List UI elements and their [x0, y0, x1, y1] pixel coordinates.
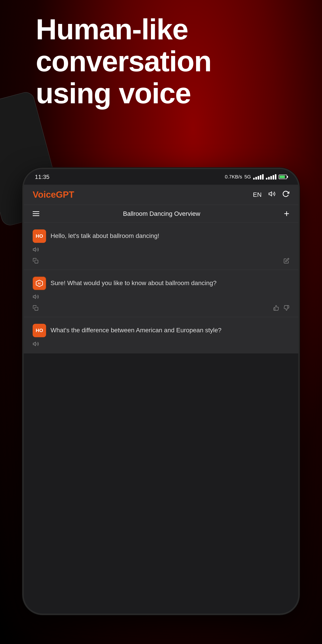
edit-icon-1 [284, 258, 289, 264]
copy-icon-2 [33, 305, 38, 311]
copy-left-2 [33, 305, 38, 312]
svg-marker-1 [33, 248, 36, 251]
chat-nav: Ballroom Dancing Overview + [24, 205, 298, 223]
bg-phone-icon: ↻ [0, 160, 1, 172]
ai-logo-icon: AI [35, 279, 44, 287]
avatar-label-3: HO [36, 328, 43, 334]
hero-line1: Human-like [36, 13, 188, 46]
user-avatar-1: HO [33, 230, 46, 243]
hero-section: Human-like conversation using voice [36, 14, 304, 109]
main-phone: 11:35 0.7KB/s 5G VoiceG [22, 168, 300, 615]
copy-button-1[interactable] [33, 258, 38, 265]
battery-fill [280, 176, 285, 178]
signal-bars-2 [266, 174, 276, 180]
hero-title: Human-like conversation using voice [36, 14, 304, 109]
user-avatar-3: HO [33, 324, 46, 337]
message-copy-row-1 [33, 258, 289, 265]
status-bar: 11:35 0.7KB/s 5G [24, 169, 298, 185]
sound-button[interactable] [268, 190, 276, 199]
message-header-2: AI Sure! What would you like to know abo… [33, 276, 289, 290]
copy-icon-1 [33, 258, 38, 264]
menu-line3 [33, 215, 39, 216]
message-header-3: HO What's the difference between America… [33, 324, 289, 337]
ai-avatar-2: AI [33, 276, 46, 290]
chat-title: Ballroom Dancing Overview [123, 210, 200, 217]
menu-line1 [33, 211, 39, 212]
menu-button[interactable] [33, 211, 39, 216]
svg-rect-6 [35, 307, 38, 310]
hero-line3: using voice [36, 77, 191, 110]
speaker-button-3[interactable] [33, 341, 39, 348]
edit-right-1 [284, 258, 289, 265]
sound-icon [268, 190, 276, 198]
svg-marker-7 [33, 342, 36, 346]
svg-rect-2 [35, 260, 38, 263]
signal-bars [253, 174, 264, 180]
message-text-3: What's the difference between American a… [50, 324, 222, 335]
hero-line2: conversation [36, 45, 211, 78]
action-left-3 [33, 341, 39, 348]
message-block-2: AI Sure! What would you like to know abo… [24, 270, 298, 317]
message-text-2: Sure! What would you like to know about … [50, 276, 216, 288]
new-chat-button[interactable]: + [284, 208, 289, 219]
speaker-icon-3 [33, 341, 39, 347]
status-time: 11:35 [35, 174, 50, 180]
speaker-button-1[interactable] [33, 246, 39, 254]
menu-line2 [33, 213, 39, 214]
edit-button-1[interactable] [284, 258, 289, 265]
refresh-icon [282, 190, 289, 198]
message-actions-3 [33, 341, 289, 348]
battery-icon [278, 175, 287, 179]
message-text-1: Hello, let's talk about ballroom dancing… [50, 230, 159, 240]
app-logo: VoiceGPT [33, 190, 74, 200]
action-left-2 [33, 294, 39, 302]
copy-left-1 [33, 258, 38, 265]
message-block-1: HO Hello, let's talk about ballroom danc… [24, 223, 298, 270]
refresh-button[interactable] [282, 190, 289, 199]
chat-body: HO Hello, let's talk about ballroom danc… [24, 223, 298, 353]
svg-text:AI: AI [38, 282, 41, 285]
app-header: VoiceGPT EN [24, 185, 298, 205]
speaker-icon-2 [33, 294, 39, 300]
status-right: 0.7KB/s 5G [225, 174, 287, 180]
svg-marker-5 [33, 295, 36, 298]
thumbup-icon-2 [273, 305, 279, 311]
thumbs-row-2 [273, 305, 289, 312]
message-actions-1 [33, 246, 289, 254]
message-copy-row-2 [33, 305, 289, 312]
status-speed: 0.7KB/s [225, 174, 242, 180]
copy-button-2[interactable] [33, 305, 38, 312]
thumbdown-icon-2 [284, 305, 289, 311]
thumbup-button-2[interactable] [273, 305, 279, 312]
header-actions: EN [253, 190, 289, 199]
language-button[interactable]: EN [253, 191, 262, 198]
speaker-button-2[interactable] [33, 294, 39, 302]
speaker-icon-1 [33, 246, 39, 253]
message-header-1: HO Hello, let's talk about ballroom danc… [33, 230, 289, 243]
svg-marker-0 [269, 192, 272, 196]
message-actions-2 [33, 294, 289, 302]
status-network: 5G [244, 174, 251, 180]
message-block-3: HO What's the difference between America… [24, 317, 298, 353]
thumbdown-button-2[interactable] [284, 305, 289, 312]
action-left-1 [33, 246, 39, 254]
avatar-label-1: HO [36, 233, 43, 239]
